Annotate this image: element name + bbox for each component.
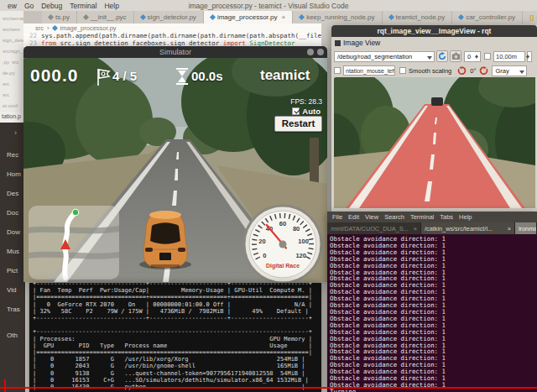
minimap [29, 206, 119, 280]
simulator-scene: 0 20 40 60 80 100 120 Digital Race 000.0… [23, 58, 327, 282]
sidebar-item-pictures[interactable]: Pict [7, 267, 21, 275]
close-tab-icon[interactable]: × [281, 13, 285, 21]
terminal-tab-3[interactable]: ironman [515, 222, 537, 234]
sidebar-item-documents[interactable]: Doc [7, 209, 21, 217]
menu-help[interactable]: Help [459, 213, 472, 221]
menu-view[interactable]: View [365, 213, 378, 221]
terminal-menubar: File Edit View Search Terminal Tabs Help [327, 212, 537, 222]
vscode-tabbar: ts.py __init__.pyc sign_detector.py imag… [0, 11, 537, 24]
rqt-toolbar-1: /debug/road_segmentation 0 10,00m [334, 50, 534, 62]
max-range-field[interactable]: 10,00m [493, 51, 525, 62]
menu-search[interactable]: Search [384, 213, 404, 221]
rotate-right-button[interactable] [477, 65, 489, 76]
terminal-tab-2[interactable]: /catkin_ws/src/teamict/l... × [421, 222, 515, 234]
menu-edit[interactable]: Edit [348, 213, 359, 221]
sidebar-item-music[interactable]: Mus [7, 248, 21, 256]
distant-car [431, 97, 443, 106]
python-file-icon [210, 14, 216, 20]
tab-sign-detector[interactable]: sign_detector.py [134, 11, 204, 24]
rotate-left-icon [457, 66, 467, 76]
simulator-titlebar[interactable]: Simulator [23, 46, 327, 58]
hud-timer: 00.0s [191, 69, 223, 83]
python-file-icon [299, 14, 305, 20]
camera-icon [451, 52, 461, 60]
refresh-topics-button[interactable] [436, 50, 448, 62]
terminal-tab-1[interactable]: /mnt/DATA/CUOC_DUA_S... × [327, 222, 421, 234]
sidebar-item-other[interactable]: Oth [7, 332, 21, 340]
tab-image-processor[interactable]: image_processor.py× [204, 11, 293, 24]
chevron-icon: › [14, 128, 17, 137]
menu-tabs[interactable]: Tabs [440, 213, 453, 221]
colormap-select[interactable]: Gray [492, 65, 527, 76]
recording-border-line [0, 387, 537, 389]
menu-view[interactable]: ew [8, 2, 17, 10]
topic-select[interactable]: /debug/road_segmentation [334, 51, 435, 62]
goal-marker [72, 209, 79, 216]
tab-teamict-node[interactable]: teamict_node.py [383, 11, 453, 24]
gauge-brand: Digital Race [266, 263, 300, 269]
rotate-right-icon [479, 66, 488, 76]
hourglass-icon [175, 68, 190, 85]
menu-debug[interactable]: Debug [41, 2, 62, 10]
sidebar-item-desktop[interactable]: Des [7, 190, 21, 198]
close-tab-icon[interactable]: × [508, 225, 511, 233]
sidebar-item-downloads[interactable]: Dow [7, 228, 21, 237]
svg-text:60: 60 [279, 220, 286, 227]
menu-help[interactable]: Help [104, 2, 118, 10]
gpu-terminal[interactable]: +-------------------------------+-------… [29, 283, 321, 392]
python-file-icon [458, 14, 464, 20]
tab-semantic-seg-conf[interactable]: {}semantic_seg_ENet.conf.js [523, 11, 537, 24]
zoom-spinbox[interactable]: 0 [464, 51, 481, 62]
svg-text:20: 20 [258, 238, 265, 245]
python-file-icon [388, 14, 394, 20]
svg-text:80: 80 [293, 225, 300, 233]
rqt-toolbar-2: ntation_mouse_left Smooth scaling 0° Gra… [334, 65, 534, 76]
sidebar-item-home[interactable]: Hom [7, 170, 21, 179]
close-tab-icon[interactable]: × [414, 225, 417, 233]
mouse-click-topic-field[interactable]: ntation_mouse_left [343, 65, 395, 76]
auto-label: Auto [302, 107, 321, 116]
rotate-left-button[interactable] [456, 65, 467, 76]
menu-file[interactable]: File [332, 213, 342, 221]
publish-click-checkbox[interactable] [334, 67, 341, 74]
sidebar-item-videos[interactable]: Vid [7, 286, 21, 295]
dynamic-range-checkbox[interactable] [484, 53, 491, 60]
breadcrumb[interactable]: src › image_processor.py [23, 24, 321, 33]
menu-terminal[interactable]: Terminal [70, 2, 96, 10]
sidebar-item-recent[interactable]: Rec [7, 151, 21, 159]
menu-terminal[interactable]: Terminal [410, 213, 434, 221]
chevron-down-icon [519, 71, 524, 74]
auto-checkbox[interactable] [292, 107, 300, 115]
restart-button[interactable]: Restart [274, 116, 322, 132]
python-file-icon [140, 14, 146, 20]
breadcrumb-folder[interactable]: src [35, 24, 44, 32]
auto-checkbox-row: Auto [292, 107, 321, 116]
vscode-menubar: ew Go Debug Terminal Help image_processo… [0, 0, 537, 11]
menu-go[interactable]: Go [24, 2, 34, 10]
code-line: 22 sys.path.append(path.dirname(path.dir… [23, 33, 321, 40]
close-button[interactable] [317, 49, 324, 55]
segmentation-image [334, 77, 535, 208]
terminal-output[interactable]: Obstacle avoidance direction: 1 Obstacle… [327, 234, 537, 392]
tab-init-pyc[interactable]: __init__.pyc [77, 11, 134, 24]
python-file-icon [48, 14, 54, 20]
image-view-header: Image View [335, 39, 380, 47]
tab-car-controller[interactable]: car_controller.py [452, 11, 523, 24]
obstacle-log: Obstacle avoidance direction: 1 Obstacle… [327, 234, 537, 392]
hud-speed: 000.0 [30, 65, 79, 86]
svg-text:100: 100 [298, 238, 309, 245]
tab-ts-py[interactable]: ts.py [42, 11, 77, 24]
code-editor[interactable]: 22 sys.path.append(path.dirname(path.dir… [23, 33, 321, 47]
rqt-titlebar[interactable]: rqt_image_view__ImageView - rqt [331, 25, 537, 37]
hud-waypoint-count: 4 / 5 [112, 69, 137, 83]
sidebar-item-trash[interactable]: Tras [7, 306, 21, 314]
save-image-button[interactable] [450, 50, 461, 62]
smooth-scaling-checkbox[interactable] [399, 67, 406, 74]
clipped-spinbox[interactable] [527, 51, 532, 62]
minimize-button[interactable] [307, 49, 314, 55]
hud-team-name: teamict [260, 67, 310, 84]
breadcrumb-file[interactable]: image_processor.py [60, 24, 117, 32]
waypoint-flag-icon [96, 68, 111, 86]
fps-counter: FPS: 28.3 [290, 97, 322, 106]
tab-keep-running-node[interactable]: keep_running_node.py [293, 11, 382, 24]
